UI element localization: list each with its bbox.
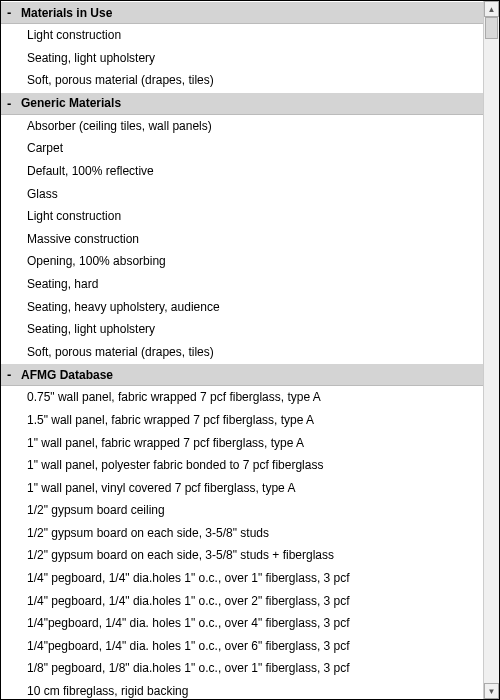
list-item[interactable]: 1/4"pegboard, 1/4" dia. holes 1" o.c., o… <box>1 635 483 658</box>
list-item[interactable]: 1/2" gypsum board on each side, 3-5/8" s… <box>1 522 483 545</box>
group-header-materials-in-use[interactable]: -Materials in Use <box>1 1 483 24</box>
list-item[interactable]: Glass <box>1 183 483 206</box>
list-item[interactable]: Light construction <box>1 205 483 228</box>
list-item[interactable]: Default, 100% reflective <box>1 160 483 183</box>
collapse-icon: - <box>7 5 21 20</box>
list-item[interactable]: Seating, light upholstery <box>1 318 483 341</box>
list-item[interactable]: 1/4"pegboard, 1/4" dia. holes 1" o.c., o… <box>1 612 483 635</box>
list-item[interactable]: Seating, heavy upholstery, audience <box>1 296 483 319</box>
list-item[interactable]: Seating, light upholstery <box>1 47 483 70</box>
scroll-thumb[interactable] <box>485 17 498 39</box>
list-item[interactable]: Absorber (ceiling tiles, wall panels) <box>1 115 483 138</box>
list-item[interactable]: 1.5" wall panel, fabric wrapped 7 pcf fi… <box>1 409 483 432</box>
list-item[interactable]: 1" wall panel, polyester fabric bonded t… <box>1 454 483 477</box>
list-item[interactable]: Soft, porous material (drapes, tiles) <box>1 341 483 364</box>
list-item[interactable]: 1/4" pegboard, 1/4" dia.holes 1" o.c., o… <box>1 590 483 613</box>
list-item[interactable]: 1/2" gypsum board ceiling <box>1 499 483 522</box>
list-item[interactable]: 0.75" wall panel, fabric wrapped 7 pcf f… <box>1 386 483 409</box>
scroll-up-button[interactable]: ▲ <box>484 1 499 17</box>
list-item[interactable]: Seating, hard <box>1 273 483 296</box>
vertical-scrollbar[interactable]: ▲ ▼ <box>483 1 499 699</box>
collapse-icon: - <box>7 367 21 382</box>
list-item[interactable]: 1/4" pegboard, 1/4" dia.holes 1" o.c., o… <box>1 567 483 590</box>
materials-tree: -Materials in UseLight constructionSeati… <box>1 1 483 699</box>
list-item[interactable]: Massive construction <box>1 228 483 251</box>
list-item[interactable]: 1" wall panel, fabric wrapped 7 pcf fibe… <box>1 432 483 455</box>
list-item[interactable]: Opening, 100% absorbing <box>1 250 483 273</box>
group-header-afmg-database[interactable]: -AFMG Database <box>1 363 483 386</box>
group-title: Generic Materials <box>21 96 121 110</box>
group-title: AFMG Database <box>21 368 113 382</box>
collapse-icon: - <box>7 96 21 111</box>
list-item[interactable]: Soft, porous material (drapes, tiles) <box>1 69 483 92</box>
list-item[interactable]: 1/2" gypsum board on each side, 3-5/8" s… <box>1 544 483 567</box>
list-item[interactable]: 1/8" pegboard, 1/8" dia.holes 1" o.c., o… <box>1 657 483 680</box>
group-title: Materials in Use <box>21 6 112 20</box>
group-header-generic-materials[interactable]: -Generic Materials <box>1 92 483 115</box>
list-item[interactable]: 10 cm fibreglass, rigid backing <box>1 680 483 699</box>
list-item[interactable]: Light construction <box>1 24 483 47</box>
scroll-down-button[interactable]: ▼ <box>484 683 499 699</box>
scroll-track[interactable] <box>484 17 499 683</box>
list-item[interactable]: 1" wall panel, vinyl covered 7 pcf fiber… <box>1 477 483 500</box>
list-item[interactable]: Carpet <box>1 137 483 160</box>
